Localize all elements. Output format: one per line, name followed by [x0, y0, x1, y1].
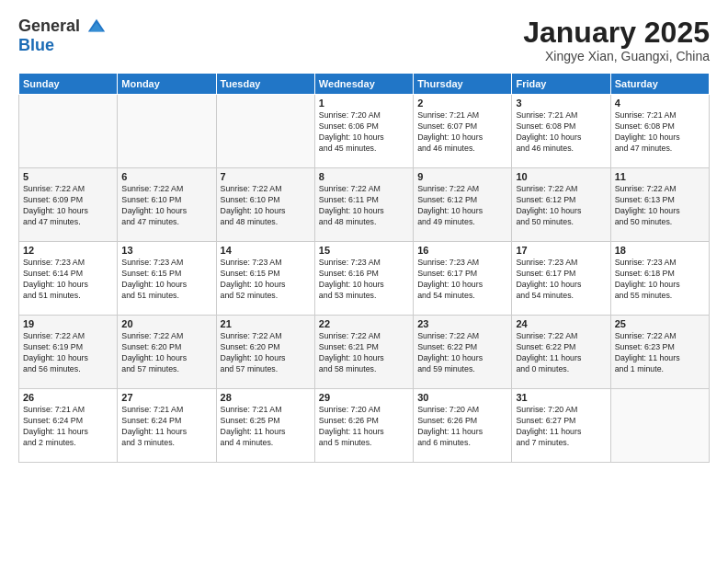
day-number: 27	[121, 392, 211, 403]
day-number: 3	[516, 98, 606, 109]
calendar-cell: 23Sunrise: 7:22 AM Sunset: 6:22 PM Dayli…	[414, 316, 512, 389]
day-info: Sunrise: 7:22 AM Sunset: 6:13 PM Dayligh…	[615, 184, 705, 228]
day-info: Sunrise: 7:23 AM Sunset: 6:17 PM Dayligh…	[417, 258, 507, 302]
day-number: 8	[319, 171, 409, 182]
day-number: 7	[221, 171, 311, 182]
calendar-cell: 29Sunrise: 7:20 AM Sunset: 6:26 PM Dayli…	[314, 389, 413, 463]
calendar-cell: 10Sunrise: 7:22 AM Sunset: 6:12 PM Dayli…	[512, 168, 610, 242]
weekday-header-thursday: Thursday	[414, 74, 512, 95]
day-info: Sunrise: 7:21 AM Sunset: 6:24 PM Dayligh…	[121, 405, 211, 449]
day-number: 10	[516, 171, 606, 182]
day-number: 25	[615, 318, 705, 329]
calendar-cell: 20Sunrise: 7:22 AM Sunset: 6:20 PM Dayli…	[118, 316, 216, 389]
calendar-cell: 9Sunrise: 7:22 AM Sunset: 6:12 PM Daylig…	[414, 168, 512, 242]
day-number: 16	[417, 245, 507, 256]
day-info: Sunrise: 7:21 AM Sunset: 6:08 PM Dayligh…	[615, 110, 705, 155]
calendar-subtitle: Xingye Xian, Guangxi, China	[523, 49, 710, 63]
calendar-cell: 16Sunrise: 7:23 AM Sunset: 6:17 PM Dayli…	[414, 242, 512, 316]
calendar-cell: 14Sunrise: 7:23 AM Sunset: 6:15 PM Dayli…	[216, 242, 314, 316]
day-info: Sunrise: 7:22 AM Sunset: 6:20 PM Dayligh…	[121, 331, 211, 375]
logo: General Blue	[18, 17, 107, 55]
header-row: SundayMondayTuesdayWednesdayThursdayFrid…	[19, 74, 710, 95]
day-number: 12	[23, 245, 113, 256]
calendar-cell: 7Sunrise: 7:22 AM Sunset: 6:10 PM Daylig…	[216, 168, 314, 242]
day-number: 23	[417, 318, 507, 329]
calendar-cell: 22Sunrise: 7:22 AM Sunset: 6:21 PM Dayli…	[314, 316, 413, 389]
day-number: 24	[516, 318, 606, 329]
weekday-header-tuesday: Tuesday	[216, 74, 314, 95]
weekday-header-wednesday: Wednesday	[314, 74, 413, 95]
day-info: Sunrise: 7:22 AM Sunset: 6:12 PM Dayligh…	[516, 184, 606, 228]
day-number: 14	[221, 245, 311, 256]
calendar-cell: 21Sunrise: 7:22 AM Sunset: 6:20 PM Dayli…	[216, 316, 314, 389]
calendar-cell: 24Sunrise: 7:22 AM Sunset: 6:22 PM Dayli…	[512, 316, 610, 389]
day-info: Sunrise: 7:23 AM Sunset: 6:14 PM Dayligh…	[23, 258, 113, 302]
day-info: Sunrise: 7:20 AM Sunset: 6:26 PM Dayligh…	[319, 405, 409, 449]
calendar-cell: 13Sunrise: 7:23 AM Sunset: 6:15 PM Dayli…	[118, 242, 216, 316]
calendar-week-5: 26Sunrise: 7:21 AM Sunset: 6:24 PM Dayli…	[19, 389, 710, 463]
calendar-cell: 4Sunrise: 7:21 AM Sunset: 6:08 PM Daylig…	[610, 95, 709, 168]
weekday-header-friday: Friday	[512, 74, 610, 95]
day-info: Sunrise: 7:23 AM Sunset: 6:18 PM Dayligh…	[615, 258, 705, 302]
calendar-cell: 27Sunrise: 7:21 AM Sunset: 6:24 PM Dayli…	[118, 389, 216, 463]
day-info: Sunrise: 7:22 AM Sunset: 6:20 PM Dayligh…	[221, 331, 311, 375]
day-info: Sunrise: 7:21 AM Sunset: 6:25 PM Dayligh…	[221, 405, 311, 449]
day-info: Sunrise: 7:22 AM Sunset: 6:11 PM Dayligh…	[319, 184, 409, 228]
calendar-cell: 28Sunrise: 7:21 AM Sunset: 6:25 PM Dayli…	[216, 389, 314, 463]
calendar-week-2: 5Sunrise: 7:22 AM Sunset: 6:09 PM Daylig…	[19, 168, 710, 242]
day-number: 6	[121, 171, 211, 182]
day-info: Sunrise: 7:22 AM Sunset: 6:21 PM Dayligh…	[319, 331, 409, 375]
calendar-cell: 19Sunrise: 7:22 AM Sunset: 6:19 PM Dayli…	[19, 316, 118, 389]
calendar-cell: 6Sunrise: 7:22 AM Sunset: 6:10 PM Daylig…	[118, 168, 216, 242]
calendar-week-1: 1Sunrise: 7:20 AM Sunset: 6:06 PM Daylig…	[19, 95, 710, 168]
calendar-cell: 25Sunrise: 7:22 AM Sunset: 6:23 PM Dayli…	[610, 316, 709, 389]
day-info: Sunrise: 7:21 AM Sunset: 6:08 PM Dayligh…	[516, 110, 606, 155]
day-number: 17	[516, 245, 606, 256]
day-info: Sunrise: 7:21 AM Sunset: 6:24 PM Dayligh…	[23, 405, 113, 449]
day-info: Sunrise: 7:22 AM Sunset: 6:10 PM Dayligh…	[221, 184, 311, 228]
day-info: Sunrise: 7:22 AM Sunset: 6:12 PM Dayligh…	[417, 184, 507, 228]
calendar-cell	[216, 95, 314, 168]
calendar-week-4: 19Sunrise: 7:22 AM Sunset: 6:19 PM Dayli…	[19, 316, 710, 389]
day-info: Sunrise: 7:22 AM Sunset: 6:22 PM Dayligh…	[417, 331, 507, 375]
day-number: 4	[615, 98, 705, 109]
calendar-cell: 31Sunrise: 7:20 AM Sunset: 6:27 PM Dayli…	[512, 389, 610, 463]
day-number: 31	[516, 392, 606, 403]
calendar-cell: 3Sunrise: 7:21 AM Sunset: 6:08 PM Daylig…	[512, 95, 610, 168]
calendar-cell	[610, 389, 709, 463]
day-number: 22	[319, 318, 409, 329]
day-number: 18	[615, 245, 705, 256]
day-number: 20	[121, 318, 211, 329]
page: General Blue January 2025 Xingye Xian, G…	[0, 0, 728, 563]
day-number: 15	[319, 245, 409, 256]
day-number: 5	[23, 171, 113, 182]
calendar-cell: 30Sunrise: 7:20 AM Sunset: 6:26 PM Dayli…	[414, 389, 512, 463]
day-info: Sunrise: 7:23 AM Sunset: 6:16 PM Dayligh…	[319, 258, 409, 302]
logo-blue: Blue	[18, 37, 107, 55]
calendar-cell: 11Sunrise: 7:22 AM Sunset: 6:13 PM Dayli…	[610, 168, 709, 242]
title-block: January 2025 Xingye Xian, Guangxi, China	[523, 17, 710, 63]
day-info: Sunrise: 7:20 AM Sunset: 6:06 PM Dayligh…	[319, 110, 409, 155]
day-info: Sunrise: 7:23 AM Sunset: 6:15 PM Dayligh…	[221, 258, 311, 302]
day-number: 9	[417, 171, 507, 182]
calendar-cell	[118, 95, 216, 168]
header: General Blue January 2025 Xingye Xian, G…	[18, 17, 710, 63]
calendar-title: January 2025	[523, 17, 710, 49]
calendar-cell: 12Sunrise: 7:23 AM Sunset: 6:14 PM Dayli…	[19, 242, 118, 316]
weekday-header-monday: Monday	[118, 74, 216, 95]
day-number: 28	[221, 392, 311, 403]
day-number: 13	[121, 245, 211, 256]
day-info: Sunrise: 7:22 AM Sunset: 6:09 PM Dayligh…	[23, 184, 113, 228]
calendar-cell: 26Sunrise: 7:21 AM Sunset: 6:24 PM Dayli…	[19, 389, 118, 463]
day-info: Sunrise: 7:20 AM Sunset: 6:27 PM Dayligh…	[516, 405, 606, 449]
calendar-cell: 2Sunrise: 7:21 AM Sunset: 6:07 PM Daylig…	[414, 95, 512, 168]
calendar-cell: 18Sunrise: 7:23 AM Sunset: 6:18 PM Dayli…	[610, 242, 709, 316]
calendar-cell: 1Sunrise: 7:20 AM Sunset: 6:06 PM Daylig…	[314, 95, 413, 168]
day-number: 11	[615, 171, 705, 182]
day-number: 19	[23, 318, 113, 329]
calendar-cell	[19, 95, 118, 168]
calendar-cell: 17Sunrise: 7:23 AM Sunset: 6:17 PM Dayli…	[512, 242, 610, 316]
day-info: Sunrise: 7:23 AM Sunset: 6:17 PM Dayligh…	[516, 258, 606, 302]
calendar-table: SundayMondayTuesdayWednesdayThursdayFrid…	[18, 73, 710, 463]
day-info: Sunrise: 7:20 AM Sunset: 6:26 PM Dayligh…	[417, 405, 507, 449]
